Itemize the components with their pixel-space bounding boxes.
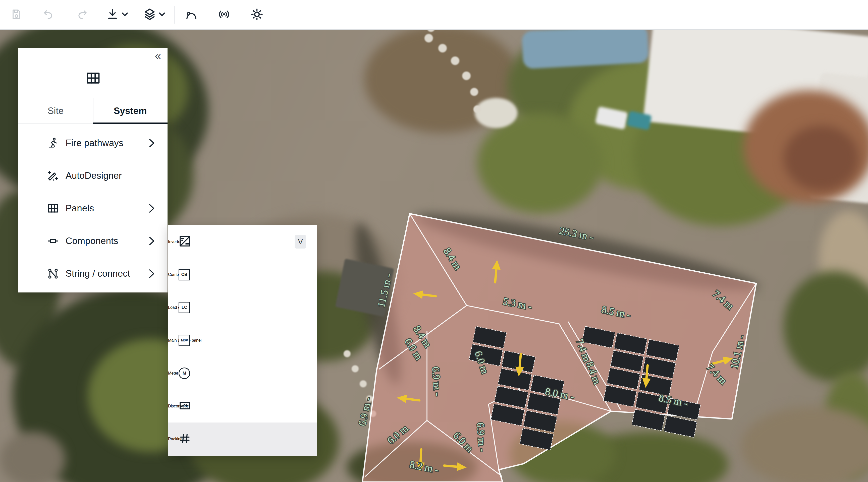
submenu-item-combiner[interactable]: CB Combiner [168, 258, 317, 291]
save-button[interactable] [7, 6, 26, 24]
shortcut-key-badge: V [294, 235, 306, 249]
undo-button[interactable] [39, 6, 57, 24]
arc-tool-button[interactable] [182, 6, 200, 24]
arc-tool-icon [185, 8, 198, 22]
redo-icon [76, 8, 89, 21]
sidebar-item-panels[interactable]: Panels [18, 192, 167, 225]
tab-divider [93, 98, 93, 124]
chevron-right-icon [149, 269, 154, 278]
submenu-item-meter[interactable]: M Meter [168, 357, 317, 390]
fire-pathways-icon [47, 137, 59, 149]
sidebar-item-autodesigner[interactable]: AutoDesigner [18, 159, 167, 192]
submenu-item-racking[interactable]: Racking [168, 422, 317, 456]
components-submenu: Inverter V CB Combiner LC Load center MS… [168, 225, 317, 456]
redo-button[interactable] [73, 6, 92, 24]
signal-icon [218, 8, 230, 22]
string-connect-icon [47, 267, 59, 280]
download-button[interactable] [106, 6, 128, 24]
sidebar-item-label: Panels [66, 203, 94, 214]
combiner-icon: CB [179, 269, 190, 281]
grid-icon [86, 71, 100, 86]
collapse-panel-button[interactable]: « [155, 50, 161, 61]
toolbar-divider [174, 6, 175, 24]
submenu-item-main-service-panel[interactable]: MSP Main service panel [168, 324, 317, 357]
chevron-right-icon [149, 204, 154, 213]
undo-icon [42, 8, 54, 21]
signal-button[interactable] [215, 6, 233, 24]
sun-button[interactable] [248, 6, 266, 24]
inverter-icon [179, 235, 191, 249]
meter-icon: M [179, 367, 190, 379]
download-icon [106, 8, 119, 22]
save-icon [10, 8, 23, 21]
measurement-label: 6.9 m - [430, 366, 443, 396]
design-sidebar: « Site System Fire pathways [18, 48, 167, 292]
sidebar-item-label: Components [66, 236, 118, 246]
active-tab-underline [93, 123, 167, 124]
submenu-item-label: Meter [168, 371, 178, 376]
sun-icon [250, 8, 264, 22]
chevron-right-icon [149, 138, 154, 148]
layers-icon [143, 8, 156, 22]
chevron-down-icon [159, 12, 165, 17]
msp-icon: MSP [179, 335, 190, 346]
measurement-label: 25.3 m - [558, 225, 594, 243]
panels-icon [47, 202, 59, 215]
load-center-icon: LC [179, 302, 190, 313]
chevron-right-icon [149, 236, 154, 246]
sidebar-item-label: String / connect [66, 268, 130, 279]
sidebar-item-label: AutoDesigner [66, 170, 122, 181]
submenu-item-inverter[interactable]: Inverter V [168, 225, 317, 258]
sidebar-item-components[interactable]: Components [18, 225, 167, 257]
submenu-item-disconnect[interactable]: Disconnect [168, 390, 317, 422]
roof-outline [363, 214, 756, 482]
submenu-item-load-center[interactable]: LC Load center [168, 291, 317, 324]
tab-system[interactable]: System [93, 98, 167, 124]
layers-button[interactable] [143, 6, 165, 24]
autodesigner-icon [47, 169, 59, 182]
chevron-down-icon [122, 12, 128, 17]
top-toolbar [0, 0, 868, 30]
measurement-label: 6.9 m - [475, 422, 488, 452]
components-icon [47, 235, 59, 247]
tab-site[interactable]: Site [18, 98, 93, 124]
sidebar-item-string-connect[interactable]: String / connect [18, 257, 167, 290]
disconnect-icon [179, 399, 191, 413]
sidebar-item-label: Fire pathways [66, 138, 123, 148]
racking-icon [179, 432, 191, 446]
sidebar-item-fire-pathways[interactable]: Fire pathways [18, 127, 167, 159]
